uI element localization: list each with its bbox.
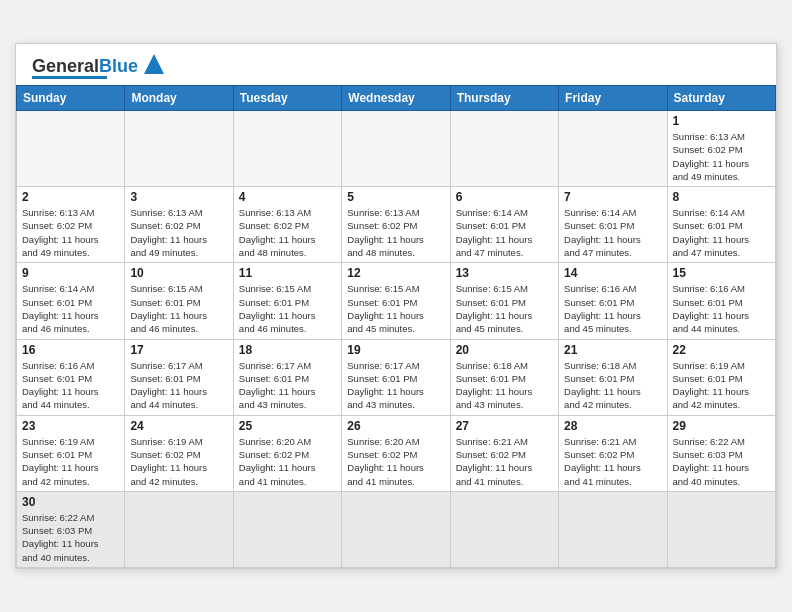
day-cell: 5Sunrise: 6:13 AM Sunset: 6:02 PM Daylig…	[342, 187, 450, 263]
day-number: 19	[347, 343, 444, 357]
day-number: 4	[239, 190, 336, 204]
week-row-5: 23Sunrise: 6:19 AM Sunset: 6:01 PM Dayli…	[17, 415, 776, 491]
day-number: 8	[673, 190, 770, 204]
logo-icon	[140, 50, 168, 78]
day-cell: 3Sunrise: 6:13 AM Sunset: 6:02 PM Daylig…	[125, 187, 233, 263]
day-cell: 24Sunrise: 6:19 AM Sunset: 6:02 PM Dayli…	[125, 415, 233, 491]
day-cell: 9Sunrise: 6:14 AM Sunset: 6:01 PM Daylig…	[17, 263, 125, 339]
logo: GeneralBlue	[32, 54, 168, 79]
logo-text: GeneralBlue	[32, 57, 138, 75]
day-info: Sunrise: 6:16 AM Sunset: 6:01 PM Dayligh…	[673, 282, 770, 335]
day-cell: 10Sunrise: 6:15 AM Sunset: 6:01 PM Dayli…	[125, 263, 233, 339]
day-cell	[233, 491, 341, 567]
col-wednesday: Wednesday	[342, 85, 450, 110]
day-info: Sunrise: 6:15 AM Sunset: 6:01 PM Dayligh…	[456, 282, 553, 335]
col-thursday: Thursday	[450, 85, 558, 110]
day-info: Sunrise: 6:18 AM Sunset: 6:01 PM Dayligh…	[456, 359, 553, 412]
day-cell: 29Sunrise: 6:22 AM Sunset: 6:03 PM Dayli…	[667, 415, 775, 491]
day-info: Sunrise: 6:19 AM Sunset: 6:01 PM Dayligh…	[673, 359, 770, 412]
calendar-header: GeneralBlue	[16, 44, 776, 85]
day-cell: 30Sunrise: 6:22 AM Sunset: 6:03 PM Dayli…	[17, 491, 125, 567]
day-info: Sunrise: 6:15 AM Sunset: 6:01 PM Dayligh…	[239, 282, 336, 335]
week-row-2: 2Sunrise: 6:13 AM Sunset: 6:02 PM Daylig…	[17, 187, 776, 263]
calendar-table: Sunday Monday Tuesday Wednesday Thursday…	[16, 85, 776, 568]
day-info: Sunrise: 6:14 AM Sunset: 6:01 PM Dayligh…	[673, 206, 770, 259]
day-cell: 19Sunrise: 6:17 AM Sunset: 6:01 PM Dayli…	[342, 339, 450, 415]
day-cell: 18Sunrise: 6:17 AM Sunset: 6:01 PM Dayli…	[233, 339, 341, 415]
day-info: Sunrise: 6:15 AM Sunset: 6:01 PM Dayligh…	[130, 282, 227, 335]
day-info: Sunrise: 6:13 AM Sunset: 6:02 PM Dayligh…	[673, 130, 770, 183]
day-cell	[559, 110, 667, 186]
day-number: 15	[673, 266, 770, 280]
day-number: 22	[673, 343, 770, 357]
day-cell: 25Sunrise: 6:20 AM Sunset: 6:02 PM Dayli…	[233, 415, 341, 491]
day-cell	[17, 110, 125, 186]
day-cell: 4Sunrise: 6:13 AM Sunset: 6:02 PM Daylig…	[233, 187, 341, 263]
day-number: 20	[456, 343, 553, 357]
day-number: 10	[130, 266, 227, 280]
day-cell: 21Sunrise: 6:18 AM Sunset: 6:01 PM Dayli…	[559, 339, 667, 415]
day-number: 30	[22, 495, 119, 509]
day-cell	[450, 110, 558, 186]
day-cell	[233, 110, 341, 186]
day-info: Sunrise: 6:22 AM Sunset: 6:03 PM Dayligh…	[22, 511, 119, 564]
calendar-container: GeneralBlue Sunday Monday Tuesday Wednes…	[15, 43, 777, 569]
day-cell: 8Sunrise: 6:14 AM Sunset: 6:01 PM Daylig…	[667, 187, 775, 263]
day-cell: 23Sunrise: 6:19 AM Sunset: 6:01 PM Dayli…	[17, 415, 125, 491]
day-cell: 1Sunrise: 6:13 AM Sunset: 6:02 PM Daylig…	[667, 110, 775, 186]
day-number: 13	[456, 266, 553, 280]
day-info: Sunrise: 6:16 AM Sunset: 6:01 PM Dayligh…	[564, 282, 661, 335]
day-cell	[125, 491, 233, 567]
day-number: 21	[564, 343, 661, 357]
day-cell	[559, 491, 667, 567]
day-info: Sunrise: 6:14 AM Sunset: 6:01 PM Dayligh…	[456, 206, 553, 259]
day-cell	[450, 491, 558, 567]
week-row-6: 30Sunrise: 6:22 AM Sunset: 6:03 PM Dayli…	[17, 491, 776, 567]
day-number: 17	[130, 343, 227, 357]
day-info: Sunrise: 6:20 AM Sunset: 6:02 PM Dayligh…	[347, 435, 444, 488]
day-cell	[125, 110, 233, 186]
col-sunday: Sunday	[17, 85, 125, 110]
day-info: Sunrise: 6:21 AM Sunset: 6:02 PM Dayligh…	[564, 435, 661, 488]
col-saturday: Saturday	[667, 85, 775, 110]
day-number: 29	[673, 419, 770, 433]
day-info: Sunrise: 6:13 AM Sunset: 6:02 PM Dayligh…	[130, 206, 227, 259]
col-tuesday: Tuesday	[233, 85, 341, 110]
day-number: 3	[130, 190, 227, 204]
header-row: Sunday Monday Tuesday Wednesday Thursday…	[17, 85, 776, 110]
day-number: 12	[347, 266, 444, 280]
day-info: Sunrise: 6:15 AM Sunset: 6:01 PM Dayligh…	[347, 282, 444, 335]
day-number: 26	[347, 419, 444, 433]
day-cell: 15Sunrise: 6:16 AM Sunset: 6:01 PM Dayli…	[667, 263, 775, 339]
day-cell: 20Sunrise: 6:18 AM Sunset: 6:01 PM Dayli…	[450, 339, 558, 415]
day-info: Sunrise: 6:19 AM Sunset: 6:02 PM Dayligh…	[130, 435, 227, 488]
day-info: Sunrise: 6:17 AM Sunset: 6:01 PM Dayligh…	[239, 359, 336, 412]
day-number: 9	[22, 266, 119, 280]
day-info: Sunrise: 6:19 AM Sunset: 6:01 PM Dayligh…	[22, 435, 119, 488]
week-row-4: 16Sunrise: 6:16 AM Sunset: 6:01 PM Dayli…	[17, 339, 776, 415]
day-info: Sunrise: 6:20 AM Sunset: 6:02 PM Dayligh…	[239, 435, 336, 488]
week-row-3: 9Sunrise: 6:14 AM Sunset: 6:01 PM Daylig…	[17, 263, 776, 339]
day-number: 18	[239, 343, 336, 357]
week-row-1: 1Sunrise: 6:13 AM Sunset: 6:02 PM Daylig…	[17, 110, 776, 186]
day-cell: 13Sunrise: 6:15 AM Sunset: 6:01 PM Dayli…	[450, 263, 558, 339]
logo-blue-text: Blue	[99, 56, 138, 76]
day-number: 14	[564, 266, 661, 280]
day-cell: 6Sunrise: 6:14 AM Sunset: 6:01 PM Daylig…	[450, 187, 558, 263]
day-info: Sunrise: 6:14 AM Sunset: 6:01 PM Dayligh…	[22, 282, 119, 335]
day-number: 24	[130, 419, 227, 433]
day-cell	[667, 491, 775, 567]
day-info: Sunrise: 6:22 AM Sunset: 6:03 PM Dayligh…	[673, 435, 770, 488]
day-cell: 14Sunrise: 6:16 AM Sunset: 6:01 PM Dayli…	[559, 263, 667, 339]
day-cell: 16Sunrise: 6:16 AM Sunset: 6:01 PM Dayli…	[17, 339, 125, 415]
day-number: 1	[673, 114, 770, 128]
day-info: Sunrise: 6:18 AM Sunset: 6:01 PM Dayligh…	[564, 359, 661, 412]
logo-underline	[32, 76, 107, 79]
day-cell: 7Sunrise: 6:14 AM Sunset: 6:01 PM Daylig…	[559, 187, 667, 263]
day-cell: 11Sunrise: 6:15 AM Sunset: 6:01 PM Dayli…	[233, 263, 341, 339]
day-info: Sunrise: 6:17 AM Sunset: 6:01 PM Dayligh…	[130, 359, 227, 412]
day-info: Sunrise: 6:14 AM Sunset: 6:01 PM Dayligh…	[564, 206, 661, 259]
day-number: 2	[22, 190, 119, 204]
day-number: 23	[22, 419, 119, 433]
day-info: Sunrise: 6:21 AM Sunset: 6:02 PM Dayligh…	[456, 435, 553, 488]
